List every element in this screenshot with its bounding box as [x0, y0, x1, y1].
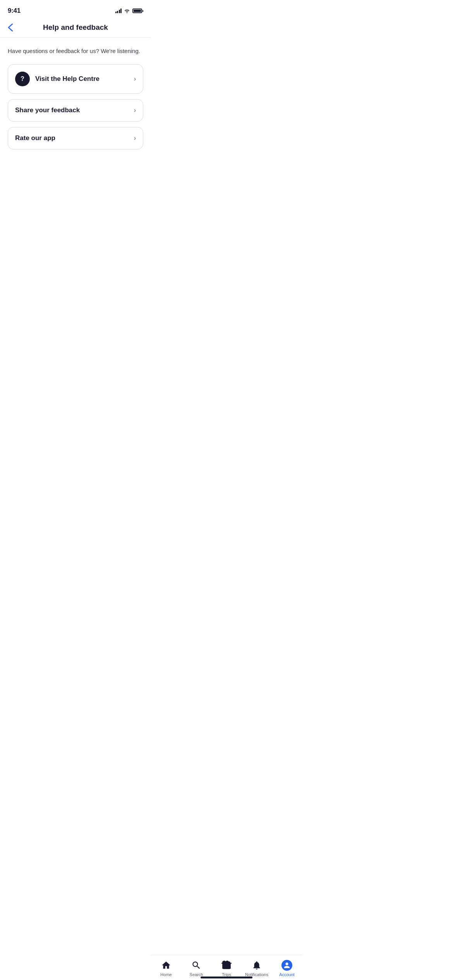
menu-item-left-feedback: Share your feedback — [15, 106, 80, 114]
help-centre-item[interactable]: ? Visit the Help Centre › — [8, 64, 143, 94]
status-time: 9:41 — [8, 7, 21, 15]
help-question-icon: ? — [15, 72, 30, 86]
share-feedback-item[interactable]: Share your feedback › — [8, 99, 143, 122]
content-area: Have questions or feedback for us? We're… — [0, 38, 151, 164]
menu-item-left: ? Visit the Help Centre — [15, 72, 100, 86]
status-icons — [115, 9, 144, 13]
chevron-right-icon: › — [134, 75, 136, 82]
share-feedback-label: Share your feedback — [15, 106, 80, 114]
wifi-icon — [124, 9, 130, 13]
back-button[interactable] — [8, 23, 13, 32]
nav-header: Help and feedback — [0, 19, 151, 38]
signal-bars-icon — [115, 9, 122, 13]
battery-icon — [132, 9, 143, 13]
help-centre-label: Visit the Help Centre — [35, 75, 100, 83]
status-bar: 9:41 — [0, 0, 151, 19]
rate-app-item[interactable]: Rate our app › — [8, 127, 143, 149]
rate-app-label: Rate our app — [15, 134, 55, 142]
chevron-right-icon-feedback: › — [134, 107, 136, 114]
chevron-right-icon-rate: › — [134, 135, 136, 142]
subtitle-text: Have questions or feedback for us? We're… — [8, 47, 143, 55]
menu-item-left-rate: Rate our app — [15, 134, 55, 142]
page-title: Help and feedback — [43, 23, 108, 32]
